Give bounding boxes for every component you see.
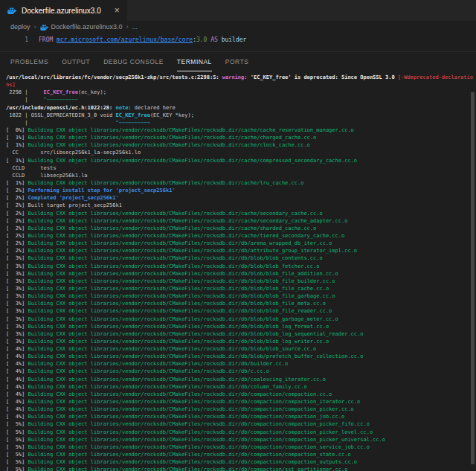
breadcrumb-item-deploy[interactable]: deploy — [10, 23, 30, 31]
breadcrumb-separator: › — [126, 23, 129, 31]
breadcrumb-separator: › — [34, 23, 36, 31]
breadcrumb: deploy›Dockerfile.azurelinux3.0›... — [0, 21, 476, 33]
terminal-line: [ 5%] Building CXX object libraries/vend… — [6, 466, 476, 471]
terminal-line: [ 4%] Building CXX object libraries/vend… — [6, 353, 476, 360]
terminal-line: [ 3%] Building CXX object libraries/vend… — [6, 292, 476, 300]
terminal-line: [ 3%] Building CXX object libraries/vend… — [6, 330, 476, 338]
keyword-from: FROM — [39, 36, 57, 43]
terminal-line: [ 3%] Building CXX object libraries/vend… — [6, 300, 476, 307]
terminal-line: | ^~~~~~~~~~~ — [6, 119, 476, 126]
terminal-line: [ 3%] Building CXX object libraries/vend… — [6, 307, 476, 315]
terminal-line: [ 5%] Building CXX object libraries/vend… — [6, 429, 476, 436]
terminal-line: [ 3%] Building CXX object libraries/vend… — [6, 254, 476, 262]
breadcrumb-label: ... — [132, 23, 138, 31]
terminal-line: CC src/libsecp256k1_la-secp256k1.lo — [6, 149, 476, 156]
image-tag: 3.0 — [196, 36, 207, 43]
terminal-line: [ 4%] Building CXX object libraries/vend… — [6, 345, 476, 353]
terminal-line: [ 3%] Building CXX object libraries/vend… — [6, 270, 476, 278]
terminal-line: [ 3%] Building CXX object libraries/vend… — [6, 338, 476, 345]
panel-tab-terminal[interactable]: TERMINAL — [177, 52, 212, 71]
terminal-line: [ 2%] Building CXX object libraries/vend… — [6, 210, 476, 217]
terminal-line: [ 5%] Building CXX object libraries/vend… — [6, 436, 476, 443]
terminal-line: [ 4%] Building CXX object libraries/vend… — [6, 413, 476, 420]
panel-tab-problems[interactable]: PROBLEMS — [10, 52, 48, 71]
terminal-line: 1022 | OSSL_DEPRECATEDIN_3_0 void EC_KEY… — [6, 112, 476, 119]
terminal-line: [ 2%] Building CXX object libraries/vend… — [6, 225, 476, 232]
docker-whale-icon — [40, 24, 49, 31]
terminal-line: [ 5%] Building CXX object libraries/vend… — [6, 420, 476, 428]
terminal-line: [ 4%] Building CXX object libraries/vend… — [6, 391, 476, 398]
terminal-line: /usr/local/src/libraries/fc/vendor/secp2… — [6, 74, 476, 81]
breadcrumb-label: Dockerfile.azurelinux3.0 — [51, 23, 123, 31]
terminal-line: [ 4%] Building CXX object libraries/vend… — [6, 368, 476, 375]
terminal-line: [ 1%] Building CXX object libraries/vend… — [6, 179, 476, 187]
terminal-line: ns] — [6, 81, 476, 89]
terminal-line: [ 3%] Building CXX object libraries/vend… — [6, 263, 476, 270]
terminal-line: [ 5%] Building CXX object libraries/vend… — [6, 443, 476, 451]
breadcrumb-label: deploy — [10, 23, 30, 31]
code-line: 1 FROM mcr.microsoft.com/azurelinux/base… — [0, 35, 476, 45]
docker-whale-icon — [7, 7, 17, 14]
panel-tab-ports[interactable]: PORTS — [225, 52, 249, 71]
breadcrumb-item--[interactable]: ... — [132, 23, 138, 31]
terminal-line: [ 2%] Building CXX object libraries/vend… — [6, 247, 476, 254]
terminal-line: | ^~~~~~~~~~~ — [6, 96, 476, 103]
terminal-line: [ 4%] Building CXX object libraries/vend… — [6, 383, 476, 391]
terminal-line: [ 2%] Built target project_secp256k1 — [6, 202, 476, 209]
terminal-line: [ 2%] Building CXX object libraries/vend… — [6, 217, 476, 225]
terminal-line: CCLD libsecp256k1.la — [6, 172, 476, 179]
terminal-line: [ 2%] Performing install step for 'proje… — [6, 187, 476, 194]
panel-tab-output[interactable]: OUTPUT — [62, 52, 90, 71]
tab-title: Dockerfile.azurelinux3.0 — [22, 7, 101, 15]
tab-close-icon[interactable]: × — [115, 6, 120, 15]
image-reference-link[interactable]: mcr.microsoft.com/azurelinux/base/core — [57, 36, 193, 43]
terminal-line: [ 1%] Building CXX object libraries/vend… — [6, 141, 476, 149]
breadcrumb-item-dockerfile-azurelinux3-0[interactable]: Dockerfile.azurelinux3.0 — [40, 23, 123, 31]
terminal-line: /usr/include/openssl/ec.h:1022:28: note:… — [6, 104, 476, 112]
terminal-line: [ 3%] Building CXX object libraries/vend… — [6, 315, 476, 323]
terminal-line: [ 4%] Building CXX object libraries/vend… — [6, 406, 476, 413]
terminal-line: [ 2%] Completed 'project_secp256k1' — [6, 194, 476, 202]
terminal-scrollbar[interactable] — [471, 92, 475, 464]
keyword-as: AS — [207, 36, 221, 43]
terminal-line: [ 3%] Building CXX object libraries/vend… — [6, 278, 476, 285]
terminal-line: [ 2%] Building CXX object libraries/vend… — [6, 240, 476, 247]
terminal-line: [ 0%] Building CXX object libraries/vend… — [6, 126, 476, 134]
vscode-window: Dockerfile.azurelinux3.0 × deploy›Docker… — [0, 0, 476, 471]
terminal-line: 2298 | EC_KEY_free(ec_key); — [6, 89, 476, 96]
terminal-line: [ 5%] Building CXX object libraries/vend… — [6, 451, 476, 458]
panel-tabs: PROBLEMSOUTPUTDEBUG CONSOLETERMINALPORTS — [0, 51, 476, 71]
terminal-output: /usr/local/src/libraries/fc/vendor/secp2… — [6, 74, 476, 471]
terminal-line: CCLD tests — [6, 164, 476, 172]
code-line-content: FROM mcr.microsoft.com/azurelinux/base/c… — [39, 35, 246, 45]
panel-tab-debug-console[interactable]: DEBUG CONSOLE — [103, 52, 164, 71]
terminal-line: [ 1%] Building CXX object libraries/vend… — [6, 134, 476, 141]
terminal-line: [ 4%] Building CXX object libraries/vend… — [6, 398, 476, 406]
terminal-line: [ 1%] Building CXX object libraries/vend… — [6, 157, 476, 164]
terminal[interactable]: /usr/local/src/libraries/fc/vendor/secp2… — [0, 71, 476, 471]
editor-tab-dockerfile[interactable]: Dockerfile.azurelinux3.0 × — [0, 0, 127, 21]
terminal-line: [ 3%] Building CXX object libraries/vend… — [6, 285, 476, 292]
terminal-line: [ 4%] Building CXX object libraries/vend… — [6, 360, 476, 368]
terminal-line: [ 5%] Building CXX object libraries/vend… — [6, 458, 476, 466]
terminal-line: [ 4%] Building CXX object libraries/vend… — [6, 376, 476, 383]
editor-tab-bar: Dockerfile.azurelinux3.0 × — [0, 0, 476, 21]
line-number: 1 — [0, 35, 39, 45]
terminal-line: [ 2%] Building CXX object libraries/vend… — [6, 232, 476, 240]
editor[interactable]: 1 FROM mcr.microsoft.com/azurelinux/base… — [0, 33, 476, 51]
stage-name: builder — [222, 36, 247, 43]
terminal-line: [ 3%] Building CXX object libraries/vend… — [6, 323, 476, 330]
